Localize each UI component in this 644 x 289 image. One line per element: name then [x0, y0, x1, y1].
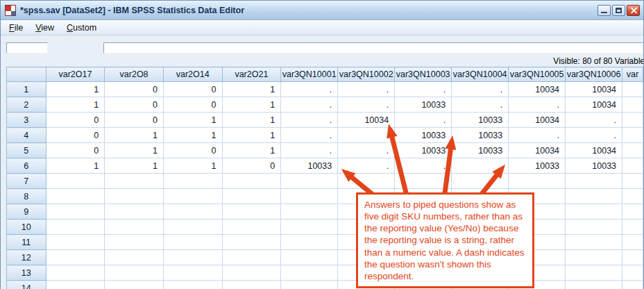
cell-r6-c7[interactable]: . — [395, 158, 452, 174]
cell-r8-c4[interactable] — [222, 189, 281, 204]
row-header-7[interactable]: 7 — [7, 174, 46, 189]
cell-r2-c7[interactable]: 10033 — [395, 97, 452, 113]
row-header-13[interactable]: 13 — [7, 265, 46, 281]
cell-r3-c4[interactable]: 1 — [222, 113, 281, 128]
cell-r11-c1[interactable] — [46, 235, 105, 250]
cell-r4-c10[interactable]: . — [566, 128, 622, 143]
cell-r4-c11[interactable] — [622, 128, 643, 143]
cell-r2-c5[interactable]: . — [281, 97, 338, 113]
cell-r7-c1[interactable] — [46, 174, 105, 189]
cell-r6-c8[interactable]: . — [452, 158, 509, 174]
cell-r11-c11[interactable] — [622, 235, 643, 250]
cell-r6-c11[interactable] — [622, 158, 643, 174]
cell-r3-c9[interactable]: 10034 — [509, 113, 566, 128]
cell-r2-c8[interactable]: . — [452, 97, 509, 113]
row-header-2[interactable]: 2 — [7, 97, 46, 113]
row-header-10[interactable]: 10 — [7, 220, 46, 235]
cell-r2-c9[interactable]: . — [509, 97, 566, 113]
cell-r10-c5[interactable] — [281, 220, 338, 235]
column-header-var2O17[interactable]: var2O17 — [46, 67, 105, 82]
menu-item-file[interactable]: File — [3, 22, 29, 34]
cell-r5-c10[interactable]: 10034 — [566, 143, 622, 158]
cell-r2-c4[interactable]: 1 — [222, 97, 281, 113]
cell-r5-c11[interactable] — [622, 143, 643, 158]
cell-r12-c10[interactable] — [566, 250, 622, 265]
row-header-9[interactable]: 9 — [7, 204, 46, 220]
cell-r3-c3[interactable]: 1 — [163, 113, 222, 128]
cell-r4-c2[interactable]: 1 — [105, 128, 164, 143]
cell-r7-c9[interactable] — [509, 174, 566, 189]
column-header-var2O21[interactable]: var2O21 — [222, 67, 281, 82]
cell-r7-c8[interactable] — [452, 174, 509, 189]
cell-r14-c1[interactable] — [46, 281, 105, 289]
app-icon[interactable] — [5, 5, 16, 16]
cell-r4-c7[interactable]: 10033 — [395, 128, 452, 143]
column-header-var3QN10004[interactable]: var3QN10004 — [452, 67, 509, 82]
cell-r9-c3[interactable] — [163, 204, 222, 220]
cell-r6-c3[interactable]: 1 — [163, 158, 222, 174]
cell-r6-c5[interactable]: 10033 — [281, 158, 338, 174]
cell-r2-c10[interactable]: 10034 — [566, 97, 622, 113]
cell-r11-c4[interactable] — [222, 235, 281, 250]
cell-r12-c5[interactable] — [281, 250, 338, 265]
row-header-4[interactable]: 4 — [7, 128, 46, 143]
cell-r7-c5[interactable] — [281, 174, 338, 189]
cell-r14-c2[interactable] — [105, 281, 164, 289]
cell-r12-c2[interactable] — [105, 250, 164, 265]
cell-r5-c3[interactable]: 0 — [163, 143, 222, 158]
cell-r6-c4[interactable]: 0 — [222, 158, 281, 174]
cell-r13-c11[interactable] — [622, 265, 643, 281]
cell-r6-c2[interactable]: 1 — [105, 158, 164, 174]
cell-r12-c3[interactable] — [163, 250, 222, 265]
cell-r2-c3[interactable]: 0 — [163, 97, 222, 113]
cell-r1-c11[interactable] — [622, 82, 643, 97]
cell-r13-c2[interactable] — [105, 265, 164, 281]
row-header-8[interactable]: 8 — [7, 189, 46, 204]
cell-r8-c1[interactable] — [46, 189, 105, 204]
cell-r1-c10[interactable]: 10034 — [566, 82, 622, 97]
cell-r6-c10[interactable]: 10033 — [566, 158, 622, 174]
row-header-11[interactable]: 11 — [7, 235, 46, 250]
row-header-12[interactable]: 12 — [7, 250, 46, 265]
cell-r7-c4[interactable] — [222, 174, 281, 189]
cell-r13-c1[interactable] — [46, 265, 105, 281]
cell-r4-c9[interactable]: . — [509, 128, 566, 143]
cell-r14-c10[interactable] — [566, 281, 622, 289]
cell-r1-c7[interactable]: . — [395, 82, 452, 97]
cell-r6-c1[interactable]: 1 — [46, 158, 105, 174]
cell-r5-c2[interactable]: 1 — [105, 143, 164, 158]
cell-r4-c6[interactable]: . — [338, 128, 395, 143]
row-header-3[interactable]: 3 — [7, 113, 46, 128]
cell-r14-c5[interactable] — [281, 281, 338, 289]
cell-r6-c9[interactable]: 10033 — [509, 158, 566, 174]
cell-r7-c7[interactable] — [395, 174, 452, 189]
row-header-6[interactable]: 6 — [7, 158, 46, 174]
cell-r8-c3[interactable] — [163, 189, 222, 204]
close-button[interactable] — [627, 5, 640, 16]
cell-r1-c2[interactable]: 0 — [105, 82, 164, 97]
cell-r1-c6[interactable]: . — [338, 82, 395, 97]
column-header-var3QN10002[interactable]: var3QN10002 — [338, 67, 395, 82]
cell-r5-c8[interactable]: 10033 — [452, 143, 509, 158]
cell-r12-c1[interactable] — [46, 250, 105, 265]
cell-r1-c8[interactable]: . — [452, 82, 509, 97]
cell-r11-c10[interactable] — [566, 235, 622, 250]
cell-r8-c11[interactable] — [622, 189, 643, 204]
cell-r4-c3[interactable]: 1 — [163, 128, 222, 143]
column-header-var3QN10005[interactable]: var3QN10005 — [509, 67, 566, 82]
cell-r3-c11[interactable] — [622, 113, 643, 128]
cell-r11-c3[interactable] — [163, 235, 222, 250]
cell-r3-c2[interactable]: 0 — [105, 113, 164, 128]
cell-r6-c6[interactable]: . — [338, 158, 395, 174]
cell-r3-c6[interactable]: 10034 — [338, 113, 395, 128]
row-header-5[interactable]: 5 — [7, 143, 46, 158]
cell-r5-c7[interactable]: 10033 — [395, 143, 452, 158]
cell-r8-c2[interactable] — [105, 189, 164, 204]
cell-r5-c6[interactable]: . — [338, 143, 395, 158]
cell-r4-c1[interactable]: 0 — [46, 128, 105, 143]
menu-item-custom[interactable]: Custom — [60, 22, 103, 34]
cell-r3-c5[interactable]: . — [281, 113, 338, 128]
cell-r13-c4[interactable] — [222, 265, 281, 281]
column-header-var3QN10006[interactable]: var3QN10006 — [566, 67, 622, 82]
cell-r3-c7[interactable]: . — [395, 113, 452, 128]
